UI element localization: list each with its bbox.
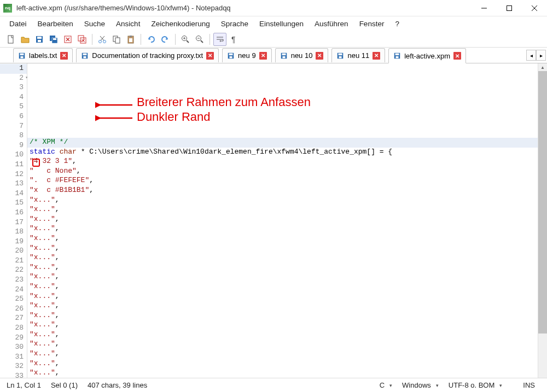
code-area[interactable]: Breiterer Rahmen zum Anfassen Dunkler Ra… <box>27 63 538 378</box>
menu-run[interactable]: Ausführen <box>310 17 353 30</box>
code-line[interactable]: "4 32 3 1", <box>27 157 538 167</box>
tab-close-button[interactable]: ✕ <box>60 52 68 60</box>
code-line[interactable]: "x...", <box>27 196 538 206</box>
save-all-button[interactable] <box>47 33 60 46</box>
tab-close-button[interactable]: ✕ <box>259 52 267 60</box>
svg-rect-45 <box>229 56 232 58</box>
code-line[interactable]: "x...", <box>27 311 538 321</box>
svg-line-28 <box>187 40 189 43</box>
menu-search[interactable]: Suche <box>79 17 110 30</box>
status-eol[interactable]: Windows ▾ <box>402 381 439 389</box>
cut-button[interactable] <box>96 33 109 46</box>
open-file-button[interactable] <box>19 33 32 46</box>
arrow-icon <box>95 100 133 110</box>
new-file-button[interactable] <box>4 33 18 46</box>
line-number: 21 <box>0 256 27 266</box>
menu-view[interactable]: Ansicht <box>111 17 145 30</box>
code-line[interactable]: "x...", <box>27 253 538 263</box>
status-encoding[interactable]: UTF-8 o. BOM ▾ <box>449 381 503 389</box>
code-line[interactable]: "x...", <box>27 349 538 359</box>
menu-encoding[interactable]: Zeichenkodierung <box>146 17 214 30</box>
code-line[interactable]: "x...", <box>27 340 538 349</box>
code-line[interactable]: static char * C:\Users\crime\Shared\Win1… <box>27 148 538 157</box>
code-line[interactable]: "x...", <box>27 282 538 292</box>
tab[interactable]: neu 11✕ <box>331 48 385 62</box>
redo-button[interactable] <box>159 33 172 46</box>
tab-close-button[interactable]: ✕ <box>206 52 214 60</box>
line-number: 26 <box>0 305 27 314</box>
tab[interactable]: left-active.xpm✕ <box>388 48 466 63</box>
line-number: 28 <box>0 324 27 334</box>
show-symbols-button[interactable]: ¶ <box>228 33 241 46</box>
code-line[interactable]: "x...", <box>27 301 538 311</box>
menu-help[interactable]: ? <box>390 17 404 30</box>
vertical-scrollbar[interactable]: ▲ <box>538 63 547 378</box>
maximize-button[interactable] <box>497 0 522 16</box>
line-number: 15 <box>0 198 27 208</box>
word-wrap-button[interactable] <box>213 33 226 46</box>
line-number: 12 <box>0 170 27 180</box>
code-line[interactable]: "x...", <box>27 330 538 340</box>
tab-close-button[interactable]: ✕ <box>453 52 461 60</box>
code-line[interactable]: "x c #B1B1B1", <box>27 186 538 196</box>
code-line[interactable]: "x...", <box>27 205 538 215</box>
code-line[interactable]: "x...", <box>27 320 538 330</box>
line-number: 19 <box>0 237 27 247</box>
code-line[interactable]: "x...", <box>27 359 538 369</box>
close-file-button[interactable] <box>61 33 74 46</box>
code-line[interactable]: " c None", <box>27 167 538 177</box>
tab[interactable]: neu 9✕ <box>222 48 272 62</box>
code-line[interactable]: "x...", <box>27 263 538 273</box>
status-language[interactable]: C ▾ <box>380 381 392 389</box>
status-selection: Sel 0 (1) <box>51 381 78 389</box>
svg-rect-47 <box>282 53 286 55</box>
menu-language[interactable]: Sprache <box>216 17 253 30</box>
menu-window[interactable]: Fenster <box>354 17 389 30</box>
tab-close-button[interactable]: ✕ <box>373 52 380 60</box>
svg-rect-38 <box>20 53 24 55</box>
tab[interactable]: neu 10✕ <box>275 48 329 62</box>
close-button[interactable] <box>522 0 547 16</box>
svg-rect-41 <box>83 53 87 55</box>
paste-button[interactable] <box>124 33 137 46</box>
code-line[interactable]: /* XPM */ <box>27 138 538 148</box>
toolbar-separator <box>210 34 210 45</box>
save-button[interactable] <box>33 33 46 46</box>
tab[interactable]: labels.txt✕ <box>13 48 73 62</box>
tab-scroll-right[interactable]: ▸ <box>536 50 546 61</box>
scrollbar-thumb[interactable] <box>538 71 547 334</box>
code-line[interactable]: "x...", <box>27 215 538 225</box>
code-line[interactable]: ". c #FEFEFE", <box>27 176 538 186</box>
close-all-button[interactable] <box>75 33 89 46</box>
tab-scroll-left[interactable]: ◂ <box>526 50 536 61</box>
svg-rect-48 <box>282 56 285 58</box>
svg-rect-7 <box>38 40 41 42</box>
window-controls <box>472 0 547 16</box>
code-line[interactable]: "x...", <box>27 292 538 302</box>
status-insert-mode[interactable]: INS <box>523 381 535 389</box>
menu-file[interactable]: Datei <box>4 17 32 30</box>
code-line[interactable]: "x...", <box>27 368 538 378</box>
copy-button[interactable] <box>110 33 123 46</box>
zoom-out-button[interactable] <box>193 33 206 46</box>
svg-point-18 <box>99 40 102 43</box>
line-number: 9 <box>0 141 27 151</box>
menu-edit[interactable]: Bearbeiten <box>33 17 78 30</box>
code-line[interactable]: "x...", <box>27 224 538 234</box>
menu-settings[interactable]: Einstellungen <box>254 17 309 30</box>
tab[interactable]: Documentation of tracking proxy.txt✕ <box>76 48 219 62</box>
toolbar-separator <box>175 34 176 45</box>
minimize-button[interactable] <box>472 0 497 16</box>
code-line[interactable]: "x...", <box>27 244 538 254</box>
svg-rect-53 <box>395 54 399 56</box>
code-line[interactable]: "x...", <box>27 272 538 282</box>
scroll-up-icon[interactable]: ▲ <box>538 63 547 71</box>
annotation-text-1: Breiterer Rahmen zum Anfassen <box>137 95 311 109</box>
svg-line-32 <box>201 40 203 43</box>
line-number: 5 <box>0 102 27 112</box>
svg-rect-6 <box>37 37 42 39</box>
tab-close-button[interactable]: ✕ <box>316 52 323 60</box>
undo-button[interactable] <box>144 33 158 46</box>
zoom-in-button[interactable] <box>179 33 192 46</box>
code-line[interactable]: "x...", <box>27 234 538 244</box>
